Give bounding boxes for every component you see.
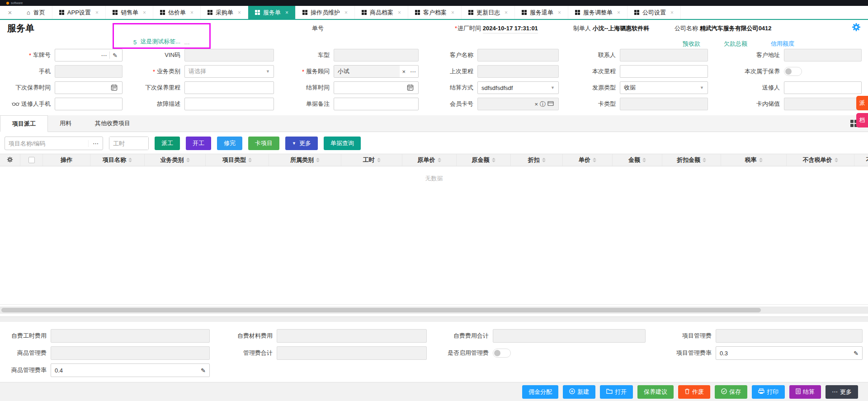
sender-input[interactable]: [788, 82, 858, 94]
project-search-input[interactable]: [5, 140, 88, 147]
close-tab-icon[interactable]: ×: [505, 9, 508, 16]
plate-input[interactable]: [59, 49, 100, 61]
close-tab-icon[interactable]: ×: [95, 9, 99, 16]
invoice-type-select[interactable]: 收据 ▼: [620, 81, 708, 94]
tab-purchase-order[interactable]: 采购单 ×: [201, 6, 248, 19]
sort-icon[interactable]: [703, 158, 706, 162]
settle-button[interactable]: 结算: [789, 385, 821, 399]
more-button[interactable]: ▼ 更多: [285, 137, 318, 150]
tab-operator-maintenance[interactable]: 操作员维护 ×: [296, 6, 355, 19]
horizontal-scrollbar-thumb[interactable]: [1, 308, 761, 312]
sort-icon[interactable]: [438, 158, 441, 162]
credit-link[interactable]: 信用额度: [771, 40, 794, 48]
lookup-ellipsis-icon[interactable]: ⋯: [100, 52, 108, 58]
settle-time-input[interactable]: [338, 82, 406, 94]
arrears-link[interactable]: 欠款总额: [724, 40, 747, 48]
clear-icon[interactable]: ×: [400, 69, 408, 75]
tab-home[interactable]: ⌂ 首页: [20, 6, 52, 19]
calendar-icon[interactable]: [110, 84, 118, 92]
goods-rate-input[interactable]: [55, 367, 199, 374]
enable-fee-toggle[interactable]: [493, 349, 511, 358]
card-icon[interactable]: [547, 101, 555, 107]
save-button[interactable]: 保存: [715, 385, 747, 399]
settings-gear-icon[interactable]: [852, 23, 861, 33]
mileage-input[interactable]: [624, 66, 704, 77]
tab-app-settings[interactable]: APP设置 ×: [52, 6, 106, 19]
tab-service-return[interactable]: 服务退单 ×: [515, 6, 568, 19]
settle-method-select[interactable]: sdfsdfsdfsdf ▼: [477, 81, 559, 94]
sort-icon[interactable]: [316, 158, 320, 162]
edit-pencil-icon[interactable]: ✎: [852, 350, 859, 357]
maintain-toggle[interactable]: [784, 67, 802, 76]
edit-pencil-icon[interactable]: ✎: [199, 367, 206, 374]
footer-more-button[interactable]: ⋯ 更多: [826, 385, 858, 399]
tab-company-settings[interactable]: 公司设置 ×: [627, 6, 681, 19]
void-button[interactable]: 作废: [678, 385, 710, 399]
tab-changelog[interactable]: 更新日志 ×: [462, 6, 515, 19]
dispatch-button[interactable]: 派工: [155, 137, 180, 150]
tab-service-adjustment[interactable]: 服务调整单 ×: [568, 6, 627, 19]
maintenance-advice-button[interactable]: 保养建议: [637, 385, 674, 399]
gear-icon[interactable]: [7, 156, 13, 164]
sort-icon[interactable]: [128, 158, 132, 162]
dispatch-side-badge[interactable]: 派: [856, 96, 868, 110]
sort-icon[interactable]: [377, 158, 381, 162]
tag-text[interactable]: 这是测试标签...: [140, 38, 180, 46]
sort-icon[interactable]: [492, 158, 495, 162]
sender-phone-input[interactable]: [59, 98, 118, 110]
sort-icon[interactable]: [186, 158, 190, 162]
order-query-button[interactable]: 单据查询: [324, 137, 361, 150]
sort-icon[interactable]: [248, 158, 252, 162]
card-item-button[interactable]: 卡项目: [248, 137, 279, 150]
sort-icon[interactable]: [759, 158, 763, 162]
info-icon[interactable]: ⓘ: [539, 101, 547, 107]
horizontal-scrollbar-track[interactable]: [0, 307, 868, 314]
open-button[interactable]: 打开: [600, 385, 633, 399]
sort-icon[interactable]: [642, 158, 646, 162]
tab-service-order[interactable]: 服务单 ×: [248, 6, 296, 19]
new-button[interactable]: 新建: [563, 385, 595, 399]
close-tab-icon[interactable]: ×: [451, 9, 454, 16]
glasses-icon[interactable]: [12, 101, 19, 108]
close-tab-icon[interactable]: ×: [238, 9, 241, 16]
tab-goods-archive[interactable]: 商品档案 ×: [355, 6, 408, 19]
close-tab-icon[interactable]: ×: [344, 9, 348, 16]
close-tab-icon[interactable]: ×: [285, 9, 288, 16]
lookup-ellipsis-icon[interactable]: ⋯: [88, 140, 103, 147]
tab-project-dispatch[interactable]: 项目派工: [0, 115, 48, 132]
tag-more-icon[interactable]: …: [184, 39, 190, 46]
tab-materials[interactable]: 用料: [48, 115, 83, 132]
print-button[interactable]: 打印: [752, 385, 785, 399]
close-tab-icon[interactable]: ×: [143, 9, 146, 16]
finish-work-button[interactable]: 修完: [217, 137, 242, 150]
entry-time-value[interactable]: 2024-10-17 17:31:01: [483, 25, 538, 33]
archive-side-badge[interactable]: 档: [856, 113, 868, 127]
close-tab-icon[interactable]: ×: [398, 9, 401, 16]
fault-desc-input[interactable]: [189, 98, 270, 110]
prepaid-link[interactable]: 预收款: [683, 40, 700, 48]
hours-input[interactable]: [109, 137, 148, 150]
tab-quote-order[interactable]: 估价单 ×: [153, 6, 201, 19]
edit-pencil-icon[interactable]: ✎: [112, 52, 118, 58]
next-maintain-mileage-input[interactable]: [189, 82, 270, 94]
select-all-checkbox[interactable]: [28, 157, 35, 163]
calendar-icon[interactable]: [406, 84, 415, 92]
biz-type-select[interactable]: 请选择 ▼: [184, 65, 274, 78]
close-tab-icon[interactable]: ×: [190, 9, 193, 16]
close-tab-icon[interactable]: ×: [670, 9, 674, 16]
sort-icon[interactable]: [542, 158, 546, 162]
commission-button[interactable]: 佣金分配: [522, 385, 558, 399]
clear-icon[interactable]: ×: [533, 101, 539, 107]
start-work-button[interactable]: 开工: [186, 137, 211, 150]
tab-customer-archive[interactable]: 客户档案 ×: [408, 6, 462, 19]
close-tab-icon[interactable]: ×: [617, 9, 620, 16]
project-rate-input[interactable]: [720, 350, 852, 357]
advisor-field[interactable]: 小试 × ⋯: [334, 65, 419, 78]
close-all-tabs-icon[interactable]: ×: [0, 6, 20, 19]
lookup-ellipsis-icon[interactable]: ⋯: [408, 69, 418, 75]
tab-sales-order[interactable]: 销售单 ×: [106, 6, 153, 19]
tab-other-charges[interactable]: 其他收费项目: [83, 115, 142, 132]
next-maintain-time-input[interactable]: [59, 82, 110, 94]
remark-input[interactable]: [338, 98, 415, 110]
close-tab-icon[interactable]: ×: [558, 9, 561, 16]
